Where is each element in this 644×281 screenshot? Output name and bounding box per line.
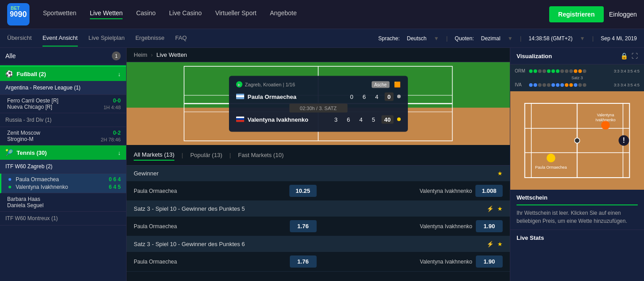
russia-div-header[interactable]: Russia - 3rd Div (1) — [0, 113, 126, 127]
subnav-live-spielplan[interactable]: Live Spielplan — [89, 30, 125, 47]
sport-header-football[interactable]: ⚽ Fußball (2) ↓ — [0, 67, 126, 81]
nav-angebote[interactable]: Angebote — [270, 9, 297, 19]
tab-sep1: | — [182, 152, 183, 158]
viz-icons: 🔒 ⛶ — [620, 52, 638, 60]
language-value[interactable]: Deutsch — [407, 35, 427, 42]
surface-badge: Asche — [372, 81, 390, 88]
sidebar-all-label[interactable]: Alle — [5, 52, 112, 60]
star-icon-1[interactable]: ★ — [497, 205, 503, 212]
subnav-ubersicht[interactable]: Übersicht — [7, 30, 32, 47]
spiel10p5-label: Satz 3 - Spiel 10 - Gewinner des Punktes… — [134, 205, 245, 212]
tennis-court-svg: Paula Ormaechea Valentyna Ivakhnenko ! — [514, 95, 640, 186]
match-item-ferro[interactable]: Ferro Carril Oeste [R] 0-0 Nueva Chicago… — [0, 95, 126, 113]
main-nav: Sportwetten Live Wetten Casino Live Casi… — [43, 9, 549, 19]
gewinner-label: Gewinner — [134, 170, 159, 177]
dot-4 — [542, 69, 546, 73]
odds-value-ormaechea[interactable]: 10.25 — [289, 185, 317, 197]
dot-11 — [574, 69, 577, 73]
odds-team2-ormaechea: Paula Ormaechea — [134, 223, 286, 230]
subnav-event-ansicht[interactable]: Event Ansicht — [42, 30, 78, 47]
time-ferro: 1H 4:48 — [103, 105, 121, 110]
market-header-spiel10p6[interactable]: Satz 3 - Spiel 10 - Gewinner des Punktes… — [127, 236, 510, 252]
subnav-ergebnisse[interactable]: Ergebnisse — [136, 30, 165, 47]
satz-num1: Satz 3 — [572, 76, 583, 80]
dot-1 — [529, 69, 533, 73]
sport-header-tennis[interactable]: 🎾 Tennis (30) ↓ — [0, 145, 126, 160]
breadcrumb-home[interactable]: Heim — [134, 51, 147, 58]
odds-row-gewinner: Paula Ormaechea 10.25 Valentyna Ivakhnen… — [127, 181, 510, 201]
team-haas: Barbara Haas — [7, 196, 40, 202]
odds-value3-ivakhnenko[interactable]: 1.90 — [476, 255, 503, 268]
court-visualization: ▶ Zagreb, Kroatien | 1/16 Asche 🟧 Paula … — [127, 62, 510, 145]
argentina-league-header[interactable]: Argentina - Reserve League (1) — [0, 81, 126, 95]
dot-13 — [583, 69, 586, 73]
iva-dot-12 — [578, 83, 582, 87]
svg-text:!: ! — [623, 136, 625, 144]
match-item-ormaechea[interactable]: Paula Ormaechea 0 6 4 Valentyna Ivakhnen… — [0, 174, 126, 193]
lock-icon[interactable]: 🔒 — [620, 52, 628, 60]
odds-team-ivakhnenko: Valentyna Ivakhnenko — [320, 188, 472, 194]
team-chicago: Nueva Chicago [R] — [7, 104, 52, 110]
itf-montreux-header[interactable]: ITF W60 Montreux (1) — [0, 212, 126, 226]
tab-all-markets[interactable]: All Markets (13) — [134, 149, 174, 161]
live-stats-section: Live Stats — [510, 230, 644, 246]
nav-live-casino[interactable]: Live Casino — [169, 9, 202, 19]
star-icon-2[interactable]: ★ — [497, 241, 503, 247]
football-icon: ⚽ — [5, 70, 13, 77]
dot-8 — [560, 69, 564, 73]
match-item-zenit[interactable]: Zenit Moscow 0-2 Strogino-M 2H 78:46 — [0, 127, 126, 145]
match-teams-chicago: Nueva Chicago [R] 1H 4:48 — [7, 104, 121, 110]
iva-dot-9 — [565, 83, 568, 87]
iva-score-row: IVA 3:3 3:4 3:5 4:5 — [513, 81, 641, 89]
score-ivakhnenko: 6 4 5 — [109, 184, 121, 190]
dot-5 — [547, 69, 551, 73]
market-header-spiel10p5[interactable]: Satz 3 - Spiel 10 - Gewinner des Punktes… — [127, 201, 510, 217]
match-item-haas[interactable]: Barbara Haas Daniela Seguel — [0, 193, 126, 212]
register-button[interactable]: Registrieren — [549, 6, 604, 22]
indicator-ormaechea — [8, 178, 11, 181]
tab-fast-markets[interactable]: Fast Markets (10) — [238, 150, 284, 160]
iva-dot-2 — [534, 83, 537, 87]
iva-range: 3:3 3:4 3:5 4:5 — [614, 83, 640, 87]
team-zenit: Zenit Moscow — [7, 130, 40, 136]
player1-row: Paula Ormaechea 0 6 4 0 — [236, 92, 401, 101]
star-icon-gewinner[interactable]: ★ — [497, 170, 503, 177]
markets-tabs: All Markets (13) | Populär (13) | Fast M… — [127, 145, 510, 166]
lightning-icon-2[interactable]: ⚡ — [487, 241, 494, 247]
svg-point-15 — [547, 153, 555, 162]
dot-12 — [578, 69, 582, 73]
sidebar-all-count: 1 — [112, 51, 121, 60]
subnav-links: Übersicht Event Ansicht Live Spielplan E… — [7, 30, 378, 47]
odds-value-ivakhnenko[interactable]: 1.008 — [475, 185, 503, 197]
quotes-value[interactable]: Dezimal — [481, 35, 500, 42]
nav-virtueller-sport[interactable]: Virtueller Sport — [215, 9, 256, 19]
sidebar-all-section: Alle 1 — [0, 48, 126, 64]
indicator-ivakhnenko — [8, 186, 11, 188]
tennis-icon: 🎾 — [5, 149, 13, 156]
spiel10p6-icons: ⚡ ★ — [487, 241, 503, 247]
match-teams-zenit: Zenit Moscow 0-2 — [7, 130, 121, 136]
dot-10 — [569, 69, 573, 73]
p2-current: 40 — [381, 115, 393, 123]
odds-value2-ivakhnenko[interactable]: 1.90 — [476, 220, 503, 232]
nav-live-wetten[interactable]: Live Wetten — [90, 9, 123, 19]
expand-icon[interactable]: ⛶ — [631, 52, 638, 60]
team-ormaechea: Paula Ormaechea — [16, 176, 59, 183]
iva-dot-8 — [560, 83, 564, 87]
orm-range: 3:3 3:4 3:5 4:5 — [614, 69, 640, 73]
lightning-icon-1[interactable]: ⚡ — [487, 205, 494, 212]
nav-casino[interactable]: Casino — [136, 9, 156, 19]
subnav-faq[interactable]: FAQ — [175, 30, 187, 47]
tab-popular[interactable]: Populär (13) — [190, 150, 222, 160]
svg-text:Valentyna: Valentyna — [597, 113, 614, 117]
odds-value2-ormaechea[interactable]: 1.76 — [290, 220, 317, 232]
dot-3 — [538, 69, 542, 73]
itf-zagreb-header[interactable]: ITF W60 Zagreb (2) — [0, 160, 126, 174]
player2-row: Valentyna Ivakhnenko 3 6 4 5 40 — [236, 115, 401, 123]
odds-team-ormaechea: Paula Ormaechea — [134, 188, 286, 194]
nav-sportwetten[interactable]: Sportwetten — [43, 9, 76, 19]
market-header-gewinner[interactable]: Gewinner ★ — [127, 166, 510, 181]
content-area: Heim › Live Wetten — [127, 48, 510, 281]
login-button[interactable]: Einloggen — [609, 11, 637, 18]
odds-value3-ormaechea[interactable]: 1.76 — [290, 255, 317, 268]
